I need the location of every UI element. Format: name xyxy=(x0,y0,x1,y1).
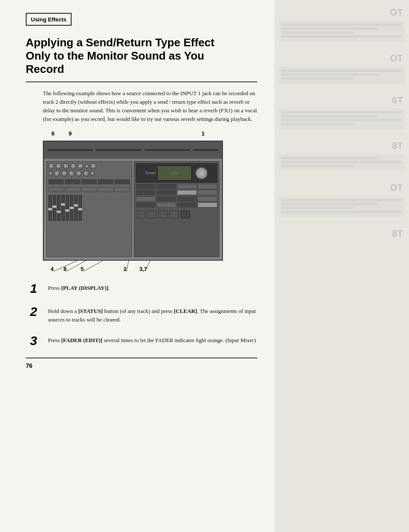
knob-4 xyxy=(70,163,76,169)
knob-1 xyxy=(48,163,54,169)
step-1-container: 1 Press [PLAY (DISPLAY)]. xyxy=(26,282,257,295)
btn-3 xyxy=(81,179,97,184)
sidebar-line-17 xyxy=(281,207,354,209)
fader-cap-6 xyxy=(69,207,74,209)
main-content: Using Effects Applying a Send/Return Typ… xyxy=(0,0,274,532)
panel-body: Roland |||| xyxy=(44,159,222,260)
sidebar-line-18 xyxy=(281,210,402,213)
sidebar-num-2: OT xyxy=(279,50,405,67)
transport-btn-2 xyxy=(147,210,156,218)
fader-3 xyxy=(57,195,60,221)
sidebar-line-1 xyxy=(281,24,402,26)
btn-grid-5 xyxy=(136,190,156,195)
transport-btn-4 xyxy=(169,210,179,218)
diagram-label-37: 3,7 xyxy=(139,266,147,272)
step-3-bold-1: [FADER (EDIT)] xyxy=(61,337,102,343)
diagram-arrows xyxy=(43,261,223,274)
diagram-label-5: 5 xyxy=(81,266,84,272)
section-header-box: Using Effects xyxy=(26,13,72,26)
btn-7 xyxy=(65,187,80,192)
display-screen: |||| xyxy=(157,165,192,180)
fader-2 xyxy=(53,195,56,221)
btn-grid-1 xyxy=(136,184,156,189)
btn-grid-15 xyxy=(177,202,197,207)
btn-grid-8 xyxy=(198,190,217,195)
btn-10 xyxy=(114,187,130,192)
device-panel: Roland |||| xyxy=(44,141,222,260)
diagram-label-8: 8 xyxy=(63,266,66,272)
step-1-bold-1: [PLAY (DISPLAY)] xyxy=(61,285,108,291)
title-line3: Record xyxy=(26,63,64,75)
btn-grid-9 xyxy=(136,196,156,201)
btn-1 xyxy=(48,179,64,184)
fader-1 xyxy=(48,195,52,221)
sidebar-line-4 xyxy=(281,35,402,38)
button-grid-2 xyxy=(136,196,217,207)
diagram-label-6: 6 xyxy=(51,130,54,137)
panel-left-controls xyxy=(46,161,132,257)
diagram-bottom: 4 8 5 2 3,7 xyxy=(43,261,223,274)
transport-knob xyxy=(195,167,208,180)
step-1-number: 1 xyxy=(30,282,43,295)
btn-grid-12 xyxy=(198,196,217,201)
btn-grid-14 xyxy=(156,202,176,207)
page-footer: 76 xyxy=(26,358,257,370)
sidebar-block-4 xyxy=(279,154,405,171)
top-bar-4 xyxy=(193,149,219,151)
knob-sm-1 xyxy=(85,164,89,168)
fader-5 xyxy=(66,195,69,221)
button-grid-1 xyxy=(136,184,217,195)
sidebar-line-15 xyxy=(281,199,402,201)
fader-cap-5 xyxy=(65,209,69,212)
btn-grid-3 xyxy=(177,184,197,189)
sidebar-block-1 xyxy=(279,21,405,42)
diagram-label-9: 9 xyxy=(69,130,72,137)
body-paragraph: The following example shows how a source… xyxy=(26,89,257,124)
fader-cap-8 xyxy=(78,208,82,210)
sidebar-block-5 xyxy=(279,196,405,217)
sidebar-num-4: 8T xyxy=(279,138,405,154)
fader-6 xyxy=(70,195,73,221)
diagram-label-1: 1 xyxy=(201,130,204,137)
fader-cap-2 xyxy=(52,205,57,208)
panel-right-controls: Roland |||| xyxy=(134,161,220,257)
sidebar-content: OT OT 6T 8T OT xyxy=(279,4,405,242)
step-2-container: 2 Hold down a [STATUS] button (of any tr… xyxy=(26,305,257,324)
knob-row-1 xyxy=(48,163,130,169)
step-2-number: 2 xyxy=(30,305,43,318)
fader-group xyxy=(48,195,130,221)
sidebar-line-2 xyxy=(281,27,378,30)
button-row-2 xyxy=(48,187,130,192)
transport-row xyxy=(136,210,217,218)
diagram-label-2: 2 xyxy=(123,266,126,272)
svg-line-2 xyxy=(84,261,103,271)
btn-grid-11 xyxy=(177,196,197,201)
sidebar-line-6 xyxy=(281,73,378,76)
button-row-1 xyxy=(48,179,130,184)
step-1-text: Press [PLAY (DISPLAY)]. xyxy=(48,282,110,292)
section-label: Using Effects xyxy=(31,16,66,23)
knob-8 xyxy=(61,171,67,177)
sidebar-line-5 xyxy=(281,69,402,72)
page-title: Applying a Send/Return Type Effect Only … xyxy=(26,36,257,82)
sidebar-line-12 xyxy=(281,157,378,159)
fader-cap-3 xyxy=(57,210,61,213)
step-2-bold-2: [CLEAR] xyxy=(174,308,197,314)
step-2-bold-1: [STATUS] xyxy=(78,308,102,314)
knob-11 xyxy=(83,171,89,177)
svg-line-3 xyxy=(126,261,129,271)
top-bar-1 xyxy=(47,149,93,151)
sidebar-line-8 xyxy=(281,111,402,114)
device-diagram: 6 9 1 xyxy=(43,130,249,274)
knob-3 xyxy=(63,163,69,169)
diagram-label-4: 4 xyxy=(51,266,54,272)
btn-6 xyxy=(48,187,64,192)
btn-grid-13 xyxy=(136,202,156,207)
fader-8 xyxy=(78,195,82,221)
fader-cap-1 xyxy=(48,208,52,210)
top-bar-3 xyxy=(144,149,190,151)
btn-2 xyxy=(65,179,80,184)
top-bar-2 xyxy=(96,149,141,151)
btn-grid-2 xyxy=(156,184,176,189)
panel-top xyxy=(44,141,222,159)
